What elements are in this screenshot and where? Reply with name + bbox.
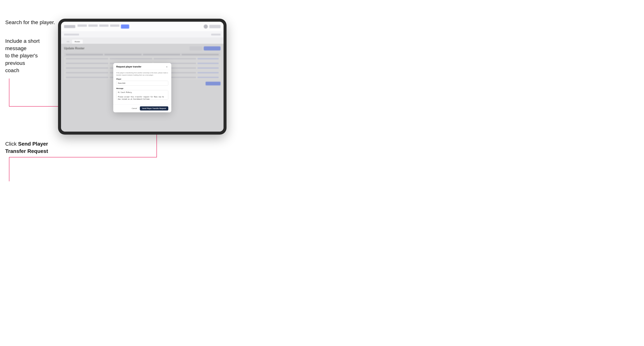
nav-item-athletes [99, 24, 108, 27]
modal-dialog: Request player transfer × If the player … [113, 63, 171, 112]
player-field-group: Player [116, 78, 168, 86]
nav-item-teams [88, 24, 98, 27]
cancel-button[interactable]: Cancel [130, 107, 138, 110]
modal-body: If the player is transferring from anoth… [113, 70, 171, 104]
modal-header: Request player transfer × [113, 63, 171, 70]
message-field-group: Message Hi Coach McHarg, Please accept t… [116, 87, 168, 101]
tab-roster[interactable]: Roster [72, 40, 83, 44]
annotation-click: Click Send Player Transfer Request [5, 140, 54, 155]
modal-overlay: Request player transfer × If the player … [61, 44, 224, 132]
nav-item-campclub [110, 24, 120, 27]
main-content: Update Roster [61, 44, 224, 132]
header-add-athlete-btn [209, 25, 220, 28]
nav-item-tournaments [78, 24, 87, 27]
send-transfer-request-button[interactable]: Send Player Transfer Request [140, 106, 168, 111]
tab-bar: Info Roster [61, 38, 224, 44]
annotation-arrow-2-horiz [9, 157, 157, 157]
nav-item-blog-active [121, 24, 129, 29]
player-label: Player [116, 78, 168, 80]
modal-footer: Cancel Send Player Transfer Request [113, 104, 171, 112]
tab-info[interactable]: Info [64, 40, 72, 44]
app-nav [78, 24, 202, 29]
annotation-arrow-2-vert1 [9, 157, 9, 181]
header-avatar [204, 24, 208, 29]
annotation-area: Search for the player. Include a short m… [0, 0, 56, 346]
tablet-screen: Info Roster Update Roster [61, 22, 224, 132]
modal-title: Request player transfer [116, 65, 141, 68]
annotation-search: Search for the player. [5, 19, 55, 26]
sub-header [61, 31, 224, 38]
message-label: Message [116, 87, 168, 89]
app-logo [64, 25, 75, 28]
annotation-arrow-1-vert [9, 78, 9, 107]
app-header [61, 22, 224, 31]
header-right [204, 24, 220, 29]
annotation-message: Include a short messageto the player's p… [5, 37, 54, 74]
tablet-frame: Info Roster Update Roster [58, 19, 226, 135]
modal-description: If the player is transferring from anoth… [116, 72, 168, 76]
breadcrumb-item [64, 34, 79, 35]
sub-header-contact [211, 34, 220, 35]
message-textarea[interactable]: Hi Coach McHarg, Please accept this tran… [116, 90, 168, 100]
modal-close-button[interactable]: × [165, 65, 168, 68]
player-input[interactable] [116, 81, 168, 86]
